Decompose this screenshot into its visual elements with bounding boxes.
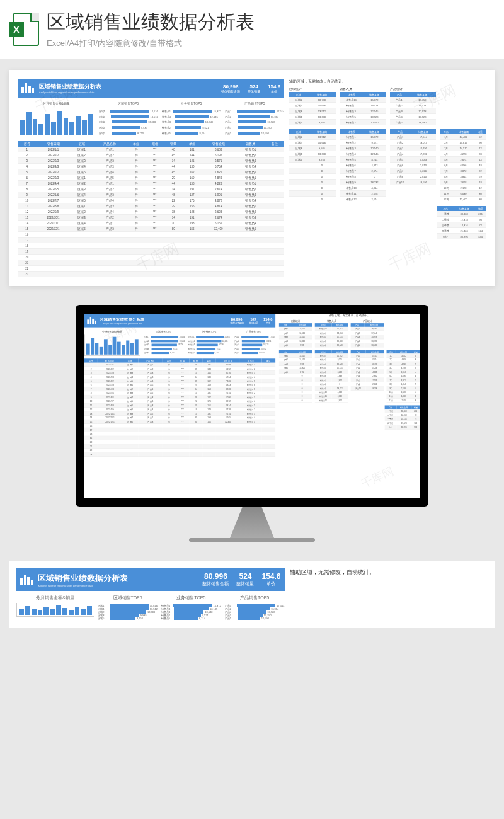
table-row: 16 bbox=[18, 232, 284, 238]
aux-table: 销售员销售金额销售员1415,372销售员113,014销售员312,145销售… bbox=[340, 92, 386, 125]
table-row: 42022/3/3区域4产品3件***441305,764销售员4 bbox=[18, 164, 284, 169]
aux-title: 辅助区域，无需修改，自动统计。 bbox=[289, 79, 486, 84]
aux-table: 区域销售金额区域118,750区域214,616区域313,512区域413,3… bbox=[289, 92, 336, 125]
sheet-title-bar: 区域销售业绩数据分析表Analysis table of regional sa… bbox=[16, 568, 285, 591]
chart-title: 分月销售金额&销量 bbox=[18, 101, 95, 105]
table-row: 112022/8/8区域1产品3件***291564,814销售员1 bbox=[18, 203, 284, 209]
hbar-chart: 销售员115,372销售员412,145销售员310,540销售员29,521销… bbox=[162, 107, 221, 137]
table-row: 22 bbox=[18, 266, 284, 272]
bars-icon bbox=[20, 575, 33, 585]
quarter-table: 月份销售金额销量一季度38,360261二季度12,31890三季度14,316… bbox=[384, 405, 420, 429]
hbar-chart: 区域114,616区域413,512区域213,300区域39,935区域58,… bbox=[98, 603, 158, 617]
aux-table: 区域销售金额区域113,512区域214,616区域39,935区域413,30… bbox=[289, 129, 336, 202]
aux-title: 辅助区域，无需修改，自动统计。 bbox=[290, 568, 488, 576]
aux-table: 产品销售金额产品117,514产品213,014产品310,790产品417,2… bbox=[351, 350, 384, 391]
watermark: 千库网 bbox=[358, 464, 396, 492]
hero-header: 区域销售业绩数据分析表 Excel/A4打印/内容随意修改/自带格式 bbox=[0, 0, 504, 59]
table-row: 102022/7/7区域5产品4件***221763,872销售员4 bbox=[18, 198, 284, 203]
table-row: 23 bbox=[84, 452, 275, 456]
table-row: 72022/4/4区域2产品1件***441584,228销售员1 bbox=[18, 181, 284, 186]
bars-icon bbox=[21, 83, 34, 93]
hbar-chart: 产品117,514产品213,014产品410,928产品310,790产品51… bbox=[232, 334, 275, 356]
table-row: 62022/3/3区域1产品5件***291694,843销售员6 bbox=[18, 175, 284, 181]
hbar-chart: 产品117,514产品213,014产品410,928产品310,790产品51… bbox=[225, 603, 285, 617]
table-row: 22022/2/2区域2产品2件***451446,192销售员2 bbox=[18, 152, 284, 158]
page-subtitle: Excel/A4打印/内容随意修改/自带格式 bbox=[47, 38, 255, 49]
bars-icon bbox=[87, 317, 96, 324]
aux-table: 销售员销售金额销售员1415,372销售员113,014销售员312,145销售… bbox=[315, 323, 348, 347]
aux-table: 产品销售金额产品118,750产品217,514产品310,978产品410,9… bbox=[390, 92, 437, 125]
table-row: 19 bbox=[18, 249, 284, 255]
aux-table: 产品销售金额产品118,750产品217,514产品310,978产品410,9… bbox=[351, 323, 384, 347]
aux-title: 辅助区域，无需修改，自动统计。 bbox=[279, 314, 420, 318]
hbar-chart: 区域114,616区域413,512区域213,300区域39,935区域58,… bbox=[142, 334, 185, 356]
stat-block: 80,996整体销售金额 bbox=[230, 317, 244, 324]
quarter-table: 月份销售金额销量一季度38,360261二季度12,31890三季度14,316… bbox=[437, 206, 486, 239]
spreadsheet-preview: 千库网 千库网 千库网 千库网 区域销售业绩数据分析表Analysis tabl… bbox=[9, 70, 495, 286]
sheet-title: 区域销售业绩数据分析表 bbox=[39, 83, 101, 91]
monthly-chart bbox=[18, 107, 95, 137]
hbar-chart: 产品117,514产品213,014产品410,928产品310,790产品51… bbox=[225, 107, 284, 137]
stat-block: 154.6单价 bbox=[261, 572, 280, 587]
stat-block: 80,996整体销售金额 bbox=[221, 84, 240, 93]
monitor-mockup: 千库网 千库网 区域销售业绩数据分析表Analysis table of reg… bbox=[0, 305, 504, 542]
table-row: 18 bbox=[18, 243, 284, 249]
hbar-chart: 销售员115,372销售员412,145销售员310,540销售员29,521销… bbox=[188, 334, 230, 356]
chart-title: 分月销售金额&销量 bbox=[84, 330, 140, 333]
stat-block: 524整体销量 bbox=[248, 84, 260, 93]
table-row: 122022/9/9区域2产品4件***181482,628销售员2 bbox=[18, 209, 284, 215]
sheet-title-bar: 区域销售业绩数据分析表Analysis table of regional sa… bbox=[18, 79, 284, 98]
stat-block: 524整体销量 bbox=[236, 572, 254, 587]
main-data-table: 序号销售日期区域产品名称单位规格销量单价销售金额销售员备注12022/1/1区域… bbox=[18, 141, 284, 277]
table-row: 21 bbox=[18, 260, 284, 266]
stat-block: 154.6单价 bbox=[268, 84, 280, 93]
table-row: 20 bbox=[18, 255, 284, 260]
excel-icon bbox=[13, 13, 39, 46]
table-row: 142022/11/1区域4产品1件***301986,165销售员4 bbox=[18, 220, 284, 226]
aux-table: 销售员销售金额销售员115,372销售员29,521销售员310,540销售员4… bbox=[340, 129, 386, 202]
table-row: 12022/1/1区域1产品1件***481818,688销售员1 bbox=[18, 147, 284, 152]
detail-strip: 区域销售业绩数据分析表Analysis table of regional sa… bbox=[9, 561, 495, 628]
table-row: 52022/2/2区域5产品4件***451627,626销售员5 bbox=[18, 169, 284, 175]
aux-table: 销售员销售金额销售员115,372销售员29,521销售员310,540销售员4… bbox=[315, 350, 348, 403]
hbar-chart: 销售员115,372销售员412,145销售员310,540销售员29,521销… bbox=[161, 603, 221, 617]
hbar-chart: 区域114,616区域413,512区域213,300区域39,935区域58,… bbox=[99, 107, 158, 137]
stat-block: 80,996整体销售金额 bbox=[202, 572, 229, 587]
table-row: 32022/3/3区域3产品3件***141463,576销售员3 bbox=[18, 158, 284, 164]
aux-table: 产品销售金额产品117,514产品213,014产品310,790产品417,2… bbox=[390, 129, 437, 185]
monthly-chart bbox=[16, 603, 94, 617]
main-data-table: 序号销售日期区域产品名称单位规格销量单价销售金额销售员备注12022/1/1区域… bbox=[84, 358, 275, 457]
aux-table: 区域销售金额区域118,750区域214,616区域313,512区域413,3… bbox=[279, 323, 312, 347]
sheet-title: 区域销售业绩数据分析表 bbox=[38, 573, 128, 584]
table-row: 23 bbox=[18, 272, 284, 277]
aux-table: 月份销售金额销量1月14,402922月14,616903月14,510724月… bbox=[440, 129, 486, 202]
table-row: 92022/6/6区域4产品3件***481276,096销售员3 bbox=[18, 192, 284, 198]
stat-block: 524整体销量 bbox=[249, 317, 258, 324]
table-row: 17 bbox=[18, 238, 284, 243]
table-row: 152022/12/1区域5产品3件***8015512,400销售员5 bbox=[18, 226, 284, 232]
page-title: 区域销售业绩数据分析表 bbox=[47, 9, 255, 35]
table-row: 132022/10/1区域3产品2件***141912,674销售员3 bbox=[18, 215, 284, 220]
aux-table: 月份销售金额销量1月14,402922月14,616903月14,510724月… bbox=[387, 350, 420, 403]
aux-table: 区域销售金额区域113,512区域214,616区域39,935区域413,30… bbox=[279, 350, 312, 403]
sheet-title: 区域销售业绩数据分析表 bbox=[100, 316, 144, 322]
monthly-chart bbox=[84, 334, 140, 356]
sheet-title-bar: 区域销售业绩数据分析表Analysis table of regional sa… bbox=[84, 314, 275, 328]
stat-block: 154.6单价 bbox=[263, 317, 272, 324]
table-row: 82022/5/5区域3产品2件***141912,674销售员2 bbox=[18, 186, 284, 192]
chart-title: 分月销售金额&销量 bbox=[16, 595, 94, 601]
